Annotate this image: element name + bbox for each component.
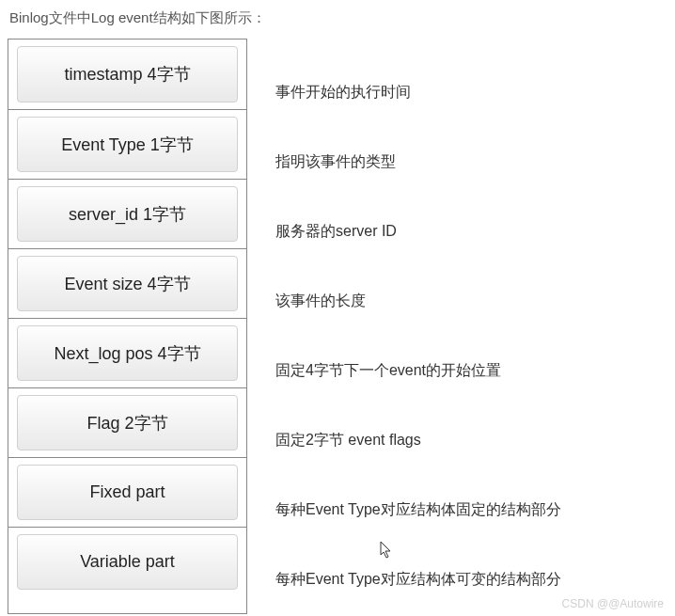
structure-boxes: timestamp 4字节 Event Type 1字节 server_id 1… <box>8 39 247 614</box>
field-box: Event size 4字节 <box>8 248 246 318</box>
field-description: 每种Event Type对应结构体可变的结构部分 <box>275 545 561 614</box>
field-box: Event Type 1字节 <box>8 109 246 179</box>
field-label: Event Type 1字节 <box>17 117 238 172</box>
field-description: 固定2字节 event flags <box>275 405 561 475</box>
field-description: 服务器的server ID <box>275 197 561 266</box>
field-box: Fixed part <box>8 457 246 527</box>
field-label: Variable part <box>17 534 238 590</box>
field-label: server_id 1字节 <box>17 186 238 242</box>
field-description: 该事件的长度 <box>275 266 561 336</box>
field-description: 事件开始的执行时间 <box>275 57 561 127</box>
descriptions-column: 事件开始的执行时间 指明该事件的类型 服务器的server ID 该事件的长度 … <box>275 39 561 614</box>
watermark-text: CSDN @@Autowire <box>562 597 664 610</box>
field-label: Event size 4字节 <box>17 256 238 311</box>
field-box: Flag 2字节 <box>8 387 246 457</box>
field-box: server_id 1字节 <box>8 179 246 248</box>
field-description: 固定4字节下一个event的开始位置 <box>275 336 561 405</box>
diagram-title: Binlog文件中Log event结构如下图所示： <box>8 9 667 27</box>
field-box: Variable part <box>8 527 246 596</box>
field-label: Flag 2字节 <box>17 395 238 450</box>
field-label: Fixed part <box>17 465 238 520</box>
diagram-container: timestamp 4字节 Event Type 1字节 server_id 1… <box>8 39 667 614</box>
field-box: timestamp 4字节 <box>8 39 246 109</box>
field-label: Next_log pos 4字节 <box>17 325 238 381</box>
field-box: Next_log pos 4字节 <box>8 318 246 387</box>
field-description: 指明该事件的类型 <box>275 127 561 197</box>
field-description: 每种Event Type对应结构体固定的结构部分 <box>275 475 561 545</box>
field-label: timestamp 4字节 <box>17 46 238 102</box>
